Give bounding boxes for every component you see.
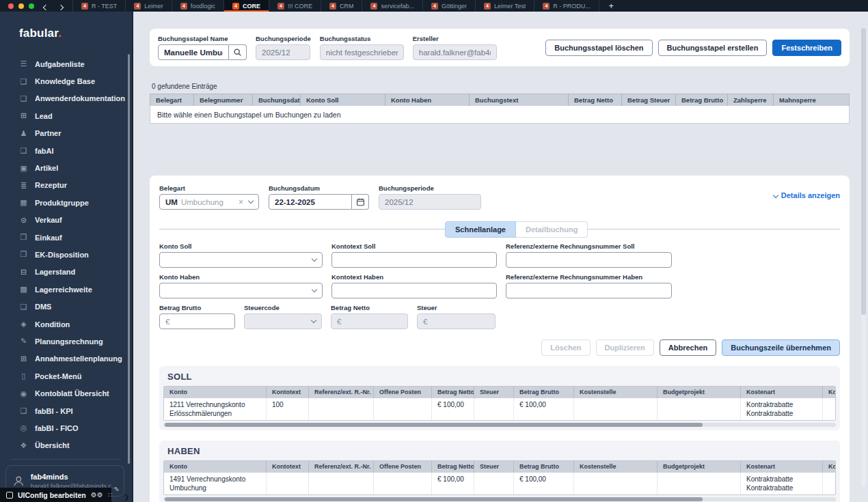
loeschen-button[interactable]: Löschen <box>541 339 590 356</box>
new-tab-button[interactable]: + <box>599 0 623 12</box>
details-anzeigen-link[interactable]: Details anzeigen <box>774 191 840 199</box>
browser-tab[interactable]: 4 Leimer Test <box>476 0 534 12</box>
sidebar-item-produktgruppe[interactable]: ▦ Produktgruppe <box>0 194 132 211</box>
sidebar-item-fabbi-fico[interactable]: ◎ fabBI - FICO <box>0 419 132 436</box>
soll-hscrollbar[interactable] <box>163 423 836 427</box>
grid-column-header: Kostenart <box>741 461 823 473</box>
tab-detailbuchung[interactable]: Detailbuchung <box>516 221 588 238</box>
sidebar-item-lead[interactable]: ⊞ Lead <box>0 107 132 124</box>
results-column-header: Mahnsperre <box>774 94 849 106</box>
chat-icon: ❑ <box>19 406 28 415</box>
sidebar-item-fabbi-kpi[interactable]: ❑ fabBI - KPI <box>0 402 132 419</box>
sidebar-item-planungsrechnung[interactable]: ✎ Planungsrechnung <box>0 333 132 350</box>
drag-grip-icon[interactable]: ∷ <box>108 491 113 499</box>
sidebar-item-rezeptur[interactable]: ≣ Rezeptur <box>0 177 132 194</box>
stapel-loeschen-button[interactable]: Buchungsstapel löschen <box>545 40 652 56</box>
grid-cell: 1211 Verrechnungskonto Erlösschmälerunge… <box>164 398 267 420</box>
grid-cell: € 100,00 <box>432 398 474 420</box>
search-button[interactable] <box>229 44 247 60</box>
kontotext-soll-input[interactable] <box>331 252 497 268</box>
grid-column-header: Steuer <box>474 387 514 398</box>
sidebar-item-verkauf[interactable]: ⊙ Verkauf <box>0 212 132 229</box>
results-table-head: BelegartBelegnummerBuchungsdatumKonto So… <box>150 94 850 106</box>
maximize-window-icon[interactable] <box>29 3 34 9</box>
close-window-icon[interactable] <box>8 3 14 9</box>
stapel-erstellen-button[interactable]: Buchungsstapel erstellen <box>658 40 768 56</box>
sidebar-item-lagerstand[interactable]: ⊟ Lagerstand <box>0 264 132 281</box>
haben-hscrollbar[interactable] <box>163 497 836 501</box>
grid-row[interactable]: 1211 Verrechnungskonto Erlösschmälerunge… <box>164 398 835 420</box>
sidebar-item-anwenderdokumentation[interactable]: ❑ Anwenderdokumentation <box>0 90 132 107</box>
ref-haben-input[interactable] <box>506 283 672 298</box>
kontotext-haben-input[interactable] <box>331 283 497 298</box>
soll-panel: SOLL KontoKontotextReferenz/ext. R.-Nr.O… <box>159 366 840 430</box>
sidebar-item-annahmestellenplanung[interactable]: ⊞ Annahmestellenplanung <box>0 350 132 367</box>
browser-tab[interactable]: 4 !!! CORE <box>269 0 321 12</box>
browser-tab[interactable]: 4 foodlogic <box>172 0 224 12</box>
sidebar-item-dms[interactable]: ❏ DMS <box>0 298 132 315</box>
browser-tab[interactable]: 4 CORE <box>224 0 269 12</box>
nav-forward-icon[interactable] <box>59 0 63 12</box>
tab-label: Leimer <box>144 3 163 10</box>
sidebar-item-kondition[interactable]: ◈ Kondition <box>0 316 132 333</box>
calendar-icon <box>356 197 365 206</box>
sidebar-item-kontoblatt-uebersicht[interactable]: ◉ Kontoblatt Übersicht <box>0 385 132 402</box>
clear-icon[interactable]: × <box>239 197 249 207</box>
tab-label: R - TEST <box>92 3 117 10</box>
browser-tab[interactable]: 4 servicefab... <box>362 0 423 12</box>
status-label: Buchungsstatus <box>320 35 404 42</box>
betrag-brutto-input[interactable] <box>159 313 235 329</box>
ref-soll-input[interactable] <box>506 252 672 268</box>
grid-cell <box>267 473 309 494</box>
konto-soll-select[interactable] <box>159 252 323 268</box>
belegart-select[interactable]: UM Umbuchung × <box>159 194 259 210</box>
ersteller-label: Ersteller <box>413 35 497 42</box>
sidebar-scrollbar[interactable] <box>128 54 130 464</box>
sidebar-item-partner[interactable]: ♟ Partner <box>0 125 132 142</box>
sidebar-collapse-icon[interactable]: ❯ <box>124 494 129 501</box>
sidebar-item-fabai[interactable]: ❑ fabAI <box>0 142 132 159</box>
gears-icon[interactable]: ⚙⚙ <box>91 491 103 499</box>
page-scrollbar[interactable] <box>861 28 866 487</box>
soll-table-body: 1211 Verrechnungskonto Erlösschmälerunge… <box>164 398 835 420</box>
tab-schnellanlage[interactable]: Schnellanlage <box>445 221 516 238</box>
sidebar-item-ek-disposition[interactable]: ❒ EK-Disposition <box>0 246 132 263</box>
sidebar-item-pocket-menu[interactable]: ▯ Pocket-Menü <box>0 367 132 385</box>
fab4minds-tab-icon: 4 <box>543 3 550 10</box>
browser-tab[interactable]: 4 R - TEST <box>72 0 126 12</box>
grid-row[interactable]: 1491 Verrechnungskonto Umbuchung€ 100,00… <box>164 473 835 494</box>
belegart-label: Belegart <box>159 184 259 192</box>
logo-dot: . <box>58 27 62 40</box>
uiconfig-label: UIConfig bearbeiten <box>18 491 86 499</box>
abbrechen-button[interactable]: Abbrechen <box>660 339 716 356</box>
grid-cell <box>657 473 741 494</box>
kontotext-soll-label: Kontotext Soll <box>331 242 497 250</box>
konto-haben-select[interactable] <box>159 283 323 298</box>
uiconfig-checkbox[interactable] <box>6 492 13 499</box>
duplizieren-button[interactable]: Duplizieren <box>596 339 654 356</box>
browser-tab[interactable]: 4 R - PRODU... <box>534 0 599 12</box>
fabular-logo[interactable]: fabular. <box>0 12 132 40</box>
browser-tab[interactable]: 4 CRM <box>321 0 363 12</box>
browser-tab[interactable]: 4 Göttinger <box>423 0 476 12</box>
festschreiben-button[interactable]: Festschreiben <box>772 40 841 56</box>
grid-column-header: Betrag Brutto <box>514 461 574 473</box>
sidebar-item-einkauf[interactable]: ❒ Einkauf <box>0 229 132 246</box>
stapel-name-input[interactable] <box>158 44 229 60</box>
sidebar-item-uebersicht[interactable]: ❖ Übersicht <box>0 437 132 454</box>
minimize-window-icon[interactable] <box>18 3 24 9</box>
browser-tab[interactable]: 4 Leimer <box>126 0 172 12</box>
edit-profile-icon[interactable]: ✎ <box>114 486 120 493</box>
overview-icon: ❖ <box>19 441 28 450</box>
tab-label: servicefab... <box>381 3 414 10</box>
calendar-button[interactable] <box>352 194 369 210</box>
tab-label: foodlogic <box>191 3 215 10</box>
buchungsdatum-input[interactable] <box>269 194 352 210</box>
sidebar-item-lagerreichweite[interactable]: ▩ Lagerreichweite <box>0 281 132 298</box>
status-input <box>320 44 404 60</box>
sidebar-item-aufgabenliste[interactable]: ☰ Aufgabenliste <box>0 55 132 72</box>
sidebar-item-artikel[interactable]: ▣ Artikel <box>0 159 132 176</box>
nav-back-icon[interactable] <box>44 0 48 12</box>
sidebar-item-knowledge-base[interactable]: ❑ Knowledge Base <box>0 72 132 89</box>
buchungszeile-uebernehmen-button[interactable]: Buchungszeile übernehmen <box>722 339 840 356</box>
